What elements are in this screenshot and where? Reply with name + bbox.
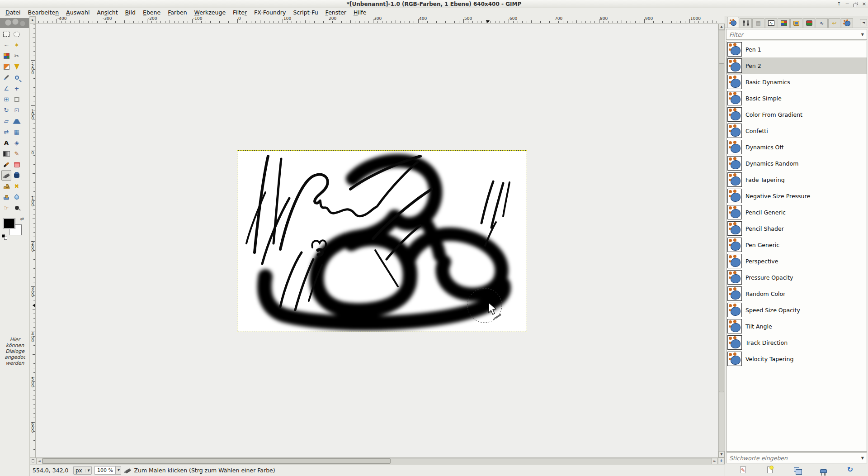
- tool-shear[interactable]: ▱: [1, 116, 11, 126]
- canvas-viewport[interactable]: [36, 24, 718, 457]
- tool-measure[interactable]: ∠: [1, 83, 11, 94]
- dock-tab-paths-dialog[interactable]: ∿: [816, 18, 828, 28]
- tool-ink[interactable]: [12, 170, 22, 181]
- dock-tab-brushes[interactable]: ∿: [765, 18, 777, 28]
- vertical-scrollbar[interactable]: ▲ ▼: [718, 24, 725, 457]
- menu-fenster[interactable]: Fenster: [322, 9, 350, 16]
- tool-blur-sharpen[interactable]: [12, 192, 22, 202]
- filter-dropdown-icon[interactable]: ▼: [859, 33, 867, 37]
- dock-tab-palettes[interactable]: [778, 18, 790, 28]
- dynamics-item[interactable]: Color From Gradient: [726, 106, 867, 123]
- tool-move[interactable]: +: [12, 83, 22, 94]
- dynamics-item[interactable]: Velocity Tapering: [726, 351, 867, 367]
- menu-fx-foundry[interactable]: FX-Foundry: [250, 9, 289, 16]
- tool-flip[interactable]: ⇄: [1, 127, 11, 137]
- dynamics-item[interactable]: Negative Size Pressure: [726, 188, 867, 204]
- tool-heal[interactable]: ✖: [12, 181, 22, 191]
- dynamics-item[interactable]: Pen 1: [726, 41, 867, 57]
- menu-ebene[interactable]: Ebene: [139, 9, 164, 16]
- tool-zoom[interactable]: [12, 72, 22, 83]
- scroll-down-arrow[interactable]: ▼: [718, 451, 725, 457]
- scroll-right-arrow[interactable]: ►: [712, 458, 718, 464]
- dock-tab-channels[interactable]: [803, 18, 815, 28]
- tool-ellipse-select[interactable]: [12, 29, 22, 39]
- vertical-ruler[interactable]: -200-1000100200300400500600: [30, 24, 36, 457]
- tool-paintbrush[interactable]: [1, 159, 11, 170]
- foreground-color-swatch[interactable]: [3, 218, 15, 229]
- tool-pencil[interactable]: ✎: [12, 148, 22, 159]
- dock-tab-paint-dynamics[interactable]: [727, 17, 739, 28]
- menu-werkzeuge[interactable]: Werkzeuge: [191, 9, 230, 16]
- dynamics-item[interactable]: Pencil Generic: [726, 204, 867, 220]
- tool-clone[interactable]: [1, 181, 11, 191]
- horizontal-scrollbar[interactable]: ◄ ►: [36, 457, 718, 464]
- menu-filter[interactable]: Filter: [229, 9, 250, 16]
- horizontal-ruler[interactable]: -400-300-200-100010020030040050060070080…: [36, 16, 718, 24]
- vertical-scroll-trough[interactable]: [718, 30, 725, 451]
- ruler-corner-menu-button[interactable]: ▶: [30, 16, 36, 24]
- dynamics-item[interactable]: Track Direction: [726, 334, 867, 351]
- dynamics-item[interactable]: Confetti: [726, 123, 867, 139]
- delete-dynamics-button[interactable]: [818, 465, 829, 475]
- window-minimize-button[interactable]: −: [845, 0, 849, 8]
- tool-scale[interactable]: ⊡: [12, 105, 22, 115]
- horizontal-scroll-trough[interactable]: [42, 458, 712, 464]
- tool-airbrush[interactable]: [1, 170, 11, 181]
- tool-fuzzy-select[interactable]: ✶: [12, 40, 22, 50]
- dynamics-item[interactable]: Speed Size Opacity: [726, 302, 867, 318]
- vertical-scroll-thumb[interactable]: [719, 63, 724, 392]
- dynamics-item[interactable]: Basic Simple: [726, 90, 867, 106]
- tool-bucket-fill[interactable]: ◈: [12, 138, 22, 148]
- scroll-left-arrow[interactable]: ◄: [36, 458, 42, 464]
- window-close-button[interactable]: ×: [862, 0, 866, 8]
- tool-free-select[interactable]: ∽: [1, 40, 11, 50]
- tool-crop[interactable]: [12, 94, 22, 105]
- tool-smudge[interactable]: ☞: [1, 203, 11, 213]
- unit-select[interactable]: px▼: [73, 466, 92, 475]
- dynamics-item[interactable]: Dynamics Off: [726, 139, 867, 155]
- gimp-wilber-logo[interactable]: [0, 18, 29, 28]
- tool-foreground-select[interactable]: [1, 62, 11, 72]
- tool-eraser[interactable]: [12, 159, 22, 170]
- dynamics-item[interactable]: Pressure Opacity: [726, 269, 867, 286]
- keywords-dropdown-icon[interactable]: ▼: [859, 456, 867, 460]
- canvas-image[interactable]: [237, 151, 527, 332]
- tool-gradient[interactable]: [1, 148, 11, 159]
- window-shade-button[interactable]: ↑: [837, 0, 841, 8]
- dock-tab-menu-button[interactable]: ◄: [860, 19, 867, 26]
- new-dynamics-button[interactable]: [764, 465, 775, 475]
- dynamics-item[interactable]: Basic Dynamics: [726, 74, 867, 90]
- menu-farben[interactable]: Farben: [164, 9, 190, 16]
- dynamics-item[interactable]: Random Color: [726, 286, 867, 302]
- scroll-up-arrow[interactable]: ▲: [718, 24, 725, 30]
- tool-select-by-color[interactable]: [1, 51, 11, 61]
- tool-color-picker[interactable]: [1, 72, 11, 83]
- dock-tab-layers[interactable]: ▤: [752, 18, 764, 28]
- tool-paths[interactable]: [12, 62, 22, 72]
- zoom-select[interactable]: 100 %▼: [94, 466, 121, 475]
- swap-colors-icon[interactable]: ⇄: [20, 216, 24, 221]
- dynamics-item[interactable]: Perspective: [726, 253, 867, 269]
- keywords-input[interactable]: [726, 455, 859, 462]
- dynamics-item[interactable]: Fade Tapering: [726, 171, 867, 188]
- window-maximize-button[interactable]: [854, 2, 858, 6]
- horizontal-scroll-thumb[interactable]: [42, 458, 391, 464]
- tool-perspective-clone[interactable]: [1, 192, 11, 202]
- dock-tab-tool-options[interactable]: [740, 18, 752, 28]
- menu-hilfe[interactable]: Hilfe: [350, 9, 370, 16]
- tool-dodge-burn[interactable]: [12, 203, 22, 213]
- quick-mask-toggle[interactable]: [30, 457, 36, 464]
- tool-perspective[interactable]: [12, 116, 22, 126]
- menu-script-fu[interactable]: Script-Fu: [289, 9, 321, 16]
- menu-auswahl[interactable]: Auswahl: [62, 9, 93, 16]
- dynamics-item[interactable]: Dynamics Random: [726, 155, 867, 171]
- dynamics-item[interactable]: Pencil Shader: [726, 220, 867, 237]
- dock-tab-tool-presets[interactable]: [790, 18, 802, 28]
- navigation-preview-button[interactable]: +: [718, 457, 725, 464]
- menu-ansicht[interactable]: Ansicht: [93, 9, 121, 16]
- tool-cage-transform[interactable]: ▦: [12, 127, 22, 137]
- dock-tab-undo-history[interactable]: ↩: [828, 18, 840, 28]
- tool-rotate[interactable]: ↻: [1, 105, 11, 115]
- tool-text[interactable]: A: [1, 138, 11, 148]
- tool-rectangle-select[interactable]: [1, 29, 11, 39]
